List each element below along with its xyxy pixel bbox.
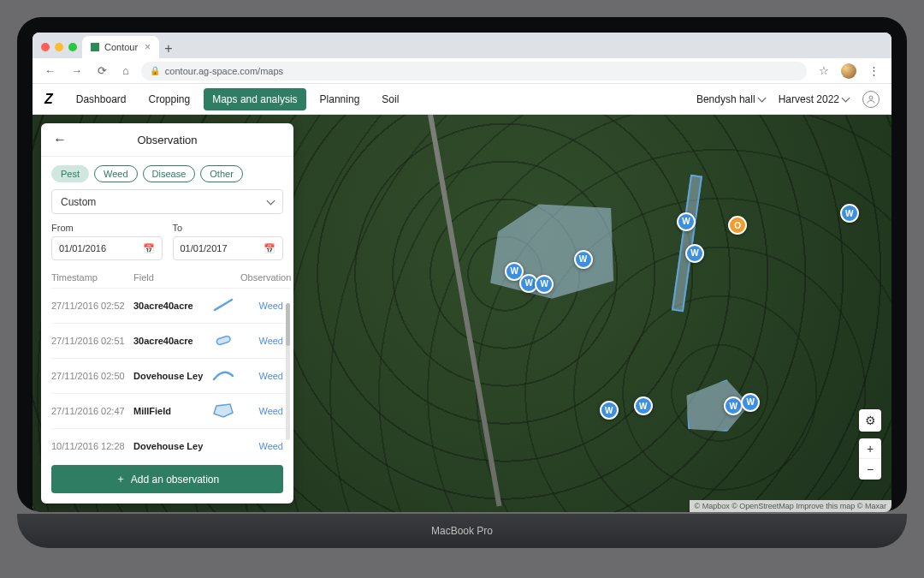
laptop-chin: MacBook Pro: [17, 514, 907, 548]
chip-weed[interactable]: Weed: [94, 165, 138, 182]
map-attribution: © Mapbox © OpenStreetMap Improve this ma…: [690, 500, 891, 512]
map-pin-weed[interactable]: W: [677, 212, 696, 231]
map-pin-weed[interactable]: W: [741, 393, 760, 412]
map-settings-button[interactable]: ⚙: [859, 409, 881, 432]
chevron-down-icon: [267, 196, 275, 205]
row-shape-icon: [211, 367, 240, 384]
row-observation: Weed: [240, 441, 283, 451]
nav-reload-icon[interactable]: ⟳: [94, 63, 110, 79]
zoom-in-button[interactable]: +: [859, 438, 881, 459]
row-timestamp: 27/11/2016 02:52: [51, 301, 133, 311]
plus-icon: ＋: [116, 472, 126, 486]
row-shape-icon: [211, 438, 240, 455]
date-range-select[interactable]: Custom: [51, 189, 283, 214]
season-selector[interactable]: Harvest 2022: [779, 93, 849, 105]
observation-row[interactable]: 27/11/2016 02:5230acre40acreWeed: [51, 288, 290, 323]
map-pin-weed[interactable]: W: [574, 250, 593, 269]
svg-point-0: [869, 96, 873, 99]
nav-item-dashboard[interactable]: Dashboard: [68, 88, 135, 110]
row-timestamp: 27/11/2016 02:47: [51, 406, 133, 416]
svg-line-1: [215, 300, 232, 310]
row-field: Dovehouse Ley: [133, 371, 211, 381]
to-date-value: 01/01/2017: [181, 243, 228, 253]
from-date-value: 01/01/2016: [59, 243, 106, 253]
row-observation: Weed: [240, 301, 283, 311]
bookmark-star-icon[interactable]: ☆: [815, 63, 832, 79]
window-traffic-lights: [39, 43, 82, 58]
panel-title: Observation: [41, 134, 293, 146]
address-bar[interactable]: 🔒 contour.ag-space.com/maps: [141, 62, 807, 80]
gear-icon: ⚙: [865, 414, 876, 427]
row-observation: Weed: [240, 371, 283, 381]
chip-other[interactable]: Other: [200, 165, 243, 182]
list-scrollbar[interactable]: [286, 303, 290, 440]
app-header: Z DashboardCroppingMaps and analysisPlan…: [33, 84, 891, 115]
add-observation-label: Add an observation: [131, 474, 219, 486]
window-fullscreen-icon[interactable]: [68, 43, 77, 51]
row-field: MillField: [133, 406, 211, 416]
col-header-timestamp: Timestamp: [51, 272, 133, 283]
chevron-down-icon: [757, 93, 766, 102]
browser-toolbar: ← → ⟳ ⌂ 🔒 contour.ag-space.com/maps ☆ ⋮: [33, 58, 891, 84]
observation-row[interactable]: 27/11/2016 02:5130acre40acreWeed: [51, 323, 290, 358]
url-text: contour.ag-space.com/maps: [165, 66, 283, 76]
observation-type-chips: PestWeedDiseaseOther: [41, 157, 293, 189]
farm-selector[interactable]: Bendysh hall: [696, 93, 765, 105]
zoom-out-button[interactable]: −: [859, 459, 881, 480]
nav-back-icon[interactable]: ←: [41, 63, 59, 79]
lock-icon: 🔒: [150, 66, 160, 75]
map-pin-weed[interactable]: W: [600, 401, 619, 420]
nav-item-planning[interactable]: Planning: [311, 88, 369, 110]
map-pin-weed[interactable]: W: [840, 204, 859, 223]
account-menu[interactable]: [862, 91, 880, 108]
panel-back-button[interactable]: ←: [53, 132, 67, 147]
from-label: From: [51, 223, 163, 233]
calendar-icon: 📅: [143, 243, 155, 254]
row-field: 30acre40acre: [133, 336, 211, 346]
col-header-observation: Observation: [240, 272, 283, 283]
tab-favicon-icon: [91, 43, 99, 51]
observation-panel: ← Observation PestWeedDiseaseOther Custo…: [41, 123, 293, 504]
row-timestamp: 10/11/2016 12:28: [51, 441, 133, 451]
row-observation: Weed: [240, 406, 283, 416]
tab-close-icon[interactable]: ×: [145, 41, 151, 53]
nav-item-soil[interactable]: Soil: [373, 88, 407, 110]
chip-pest[interactable]: Pest: [51, 165, 89, 182]
map-area[interactable]: WWWWWWOWWWWW ← Observation PestWeedDisea…: [33, 115, 891, 512]
primary-nav: DashboardCroppingMaps and analysisPlanni…: [68, 88, 408, 110]
browser-tabstrip: Contour × +: [33, 33, 891, 58]
new-tab-button[interactable]: +: [159, 39, 178, 58]
browser-tab[interactable]: Contour ×: [82, 36, 159, 58]
observation-row[interactable]: 27/11/2016 02:47MillFieldWeed: [51, 393, 290, 428]
map-pin-weed[interactable]: W: [685, 244, 704, 263]
observation-row[interactable]: 27/11/2016 02:50Dovehouse LeyWeed: [51, 358, 290, 393]
row-timestamp: 27/11/2016 02:51: [51, 336, 133, 346]
row-field: Dovehouse Ley: [133, 441, 211, 451]
nav-item-maps-and-analysis[interactable]: Maps and analysis: [204, 88, 305, 110]
app-logo[interactable]: Z: [44, 92, 52, 107]
map-zoom-control: + −: [859, 438, 881, 480]
season-name: Harvest 2022: [779, 93, 839, 105]
map-pin-weed[interactable]: W: [535, 275, 554, 294]
to-label: To: [173, 223, 284, 233]
chip-disease[interactable]: Disease: [143, 165, 196, 182]
nav-forward-icon[interactable]: →: [68, 63, 86, 79]
row-timestamp: 27/11/2016 02:50: [51, 371, 133, 381]
chevron-down-icon: [842, 93, 850, 102]
farm-name: Bendysh hall: [696, 93, 755, 105]
window-close-icon[interactable]: [41, 43, 50, 51]
row-observation: Weed: [240, 336, 283, 346]
observation-list: Timestamp Field Observation 27/11/2016 0…: [41, 267, 293, 456]
svg-rect-2: [216, 336, 230, 346]
from-date-input[interactable]: 01/01/2016 📅: [51, 236, 163, 260]
observation-row[interactable]: 10/11/2016 12:28Dovehouse LeyWeed: [51, 428, 290, 456]
nav-item-cropping[interactable]: Cropping: [140, 88, 199, 110]
browser-menu-icon[interactable]: ⋮: [865, 63, 883, 79]
profile-avatar[interactable]: [841, 63, 856, 79]
add-observation-button[interactable]: ＋ Add an observation: [51, 465, 283, 493]
nav-home-icon[interactable]: ⌂: [119, 63, 133, 79]
calendar-icon: 📅: [264, 243, 275, 254]
date-range-value: Custom: [61, 196, 96, 208]
window-minimize-icon[interactable]: [55, 43, 63, 51]
to-date-input[interactable]: 01/01/2017 📅: [173, 236, 284, 260]
